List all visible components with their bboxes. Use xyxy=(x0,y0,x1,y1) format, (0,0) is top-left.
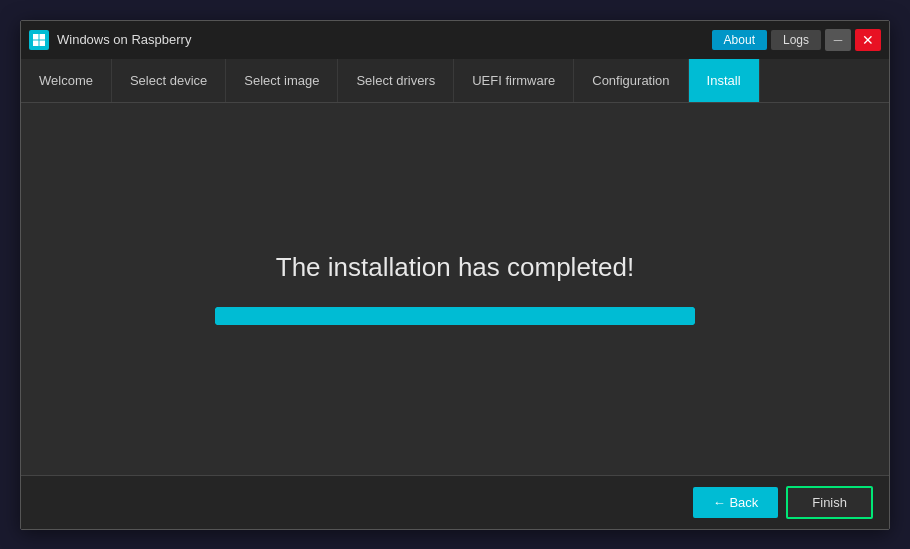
titlebar-controls: About Logs ─ ✕ xyxy=(712,29,881,51)
window-title: Windows on Raspberry xyxy=(57,32,712,47)
progress-bar-fill xyxy=(215,307,695,325)
app-icon xyxy=(29,30,49,50)
svg-rect-2 xyxy=(33,40,39,46)
nav-item-select-device[interactable]: Select device xyxy=(112,59,226,102)
about-button[interactable]: About xyxy=(712,30,767,50)
nav-bar: Welcome Select device Select image Selec… xyxy=(21,59,889,103)
minimize-button[interactable]: ─ xyxy=(825,29,851,51)
svg-rect-0 xyxy=(33,34,39,40)
nav-item-select-image[interactable]: Select image xyxy=(226,59,338,102)
footer: ← Back Finish xyxy=(21,475,889,529)
svg-rect-1 xyxy=(40,34,46,40)
close-button[interactable]: ✕ xyxy=(855,29,881,51)
main-content: The installation has completed! xyxy=(21,103,889,475)
back-button[interactable]: ← Back xyxy=(693,487,779,518)
nav-item-uefi-firmware[interactable]: UEFI firmware xyxy=(454,59,574,102)
progress-bar-container xyxy=(215,307,695,325)
logs-button[interactable]: Logs xyxy=(771,30,821,50)
nav-item-select-drivers[interactable]: Select drivers xyxy=(338,59,454,102)
svg-rect-3 xyxy=(40,40,46,46)
title-bar: Windows on Raspberry About Logs ─ ✕ xyxy=(21,21,889,59)
nav-item-configuration[interactable]: Configuration xyxy=(574,59,688,102)
finish-button[interactable]: Finish xyxy=(786,486,873,519)
nav-item-install[interactable]: Install xyxy=(689,59,760,102)
completion-message: The installation has completed! xyxy=(276,252,634,283)
app-window: Windows on Raspberry About Logs ─ ✕ Welc… xyxy=(20,20,890,530)
nav-item-welcome[interactable]: Welcome xyxy=(21,59,112,102)
